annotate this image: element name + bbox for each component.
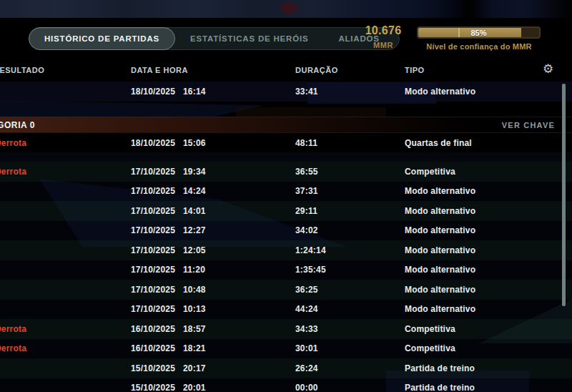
match-date: 17/10/2025 xyxy=(131,304,175,314)
match-date: 17/10/2025 xyxy=(131,206,175,216)
match-type: Modo alternativo xyxy=(405,245,475,255)
match-duration: 29:11 xyxy=(295,206,317,216)
match-time: 12:05 xyxy=(183,245,206,255)
match-result: Derrota xyxy=(0,167,26,177)
match-row[interactable]: Derrota 18/10/2025 15:06 48:11 Quartas d… xyxy=(0,133,572,152)
match-result: Derrota xyxy=(0,138,26,148)
bracket-section-title: GORIA 0 xyxy=(0,120,35,130)
match-type: Partida de treino xyxy=(405,383,475,392)
list-gap xyxy=(0,102,572,117)
match-type: Modo alternativo xyxy=(405,186,475,196)
column-header-datetime: DATA E HORA xyxy=(131,66,188,74)
match-duration: 44:24 xyxy=(295,304,318,314)
match-row[interactable]: 17/10/2025 14:24 37:31 Modo alternativo xyxy=(0,182,572,202)
match-type: Modo alternativo xyxy=(405,265,475,275)
match-time: 18:57 xyxy=(183,324,206,334)
match-type: Competitiva xyxy=(405,167,455,177)
match-row[interactable]: 15/10/2025 20:17 26:24 Partida de treino xyxy=(0,358,572,378)
match-date: 17/10/2025 xyxy=(131,265,175,275)
match-row[interactable]: Derrota 17/10/2025 19:34 36:55 Competiti… xyxy=(0,162,572,182)
match-row[interactable]: Derrota 16/10/2025 18:57 34:33 Competiti… xyxy=(0,319,572,339)
match-date: 18/10/2025 xyxy=(131,87,175,97)
match-date: 17/10/2025 xyxy=(131,186,175,196)
mmr-box: 10.676 MMR xyxy=(355,24,412,49)
match-type: Modo alternativo xyxy=(405,225,475,235)
match-date: 17/10/2025 xyxy=(131,245,175,255)
confidence-percent: 85% xyxy=(418,28,539,37)
column-header-type: TIPO xyxy=(405,66,425,74)
tab-hero-stats[interactable]: ESTATÍSTICAS DE HERÓIS xyxy=(175,28,323,49)
match-time: 20:17 xyxy=(183,363,206,373)
match-row[interactable]: 17/10/2025 12:05 1:24:14 Modo alternativ… xyxy=(0,240,572,260)
match-row[interactable]: 17/10/2025 10:13 44:24 Modo alternativo xyxy=(0,300,572,320)
match-duration: 48:11 xyxy=(295,138,317,148)
match-row[interactable]: 17/10/2025 11:20 1:35:45 Modo alternativ… xyxy=(0,260,572,280)
match-type: Modo alternativo xyxy=(405,87,475,97)
match-duration: 36:25 xyxy=(295,285,318,295)
match-date: 17/10/2025 xyxy=(131,167,175,177)
background-blob xyxy=(280,3,297,14)
match-duration: 34:33 xyxy=(295,324,318,334)
match-duration: 33:41 xyxy=(295,87,318,97)
bracket-section-header: GORIA 0 VER CHAVE xyxy=(0,117,572,133)
match-duration: 37:31 xyxy=(295,186,318,196)
match-rows-container: Derrota 17/10/2025 19:34 36:55 Competiti… xyxy=(0,162,572,392)
match-row[interactable]: 17/10/2025 14:01 29:11 Modo alternativo xyxy=(0,201,572,221)
match-duration: 1:24:14 xyxy=(295,245,326,255)
view-bracket-link[interactable]: VER CHAVE xyxy=(502,121,555,129)
match-time: 12:27 xyxy=(183,225,206,235)
match-time: 18:21 xyxy=(183,343,206,353)
column-header-result: RESULTADO xyxy=(0,66,44,74)
match-row[interactable]: 17/10/2025 10:48 36:25 Modo alternativo xyxy=(0,280,572,300)
tab-match-history[interactable]: HISTÓRICO DE PARTIDAS xyxy=(29,27,175,50)
match-row[interactable]: Derrota 16/10/2025 18:21 30:01 Competiti… xyxy=(0,339,572,359)
match-time: 14:01 xyxy=(183,206,206,216)
match-type: Modo alternativo xyxy=(405,285,475,295)
match-result: Derrota xyxy=(0,324,26,334)
scrollbar-thumb[interactable] xyxy=(562,84,566,306)
match-duration: 36:55 xyxy=(295,167,318,177)
match-date: 17/10/2025 xyxy=(131,285,175,295)
match-row[interactable]: 15/10/2025 20:01 00:00 Partida de treino xyxy=(0,378,572,392)
match-date: 15/10/2025 xyxy=(131,383,175,392)
match-duration: 30:01 xyxy=(295,343,318,353)
match-type: Modo alternativo xyxy=(405,304,475,314)
match-time: 16:14 xyxy=(183,87,206,97)
match-date: 16/10/2025 xyxy=(131,343,175,353)
match-type: Competitiva xyxy=(405,343,455,353)
match-row[interactable]: 17/10/2025 12:27 34:02 Modo alternativo xyxy=(0,221,572,241)
match-type: Quartas de final xyxy=(405,138,472,148)
table-header-row: RESULTADO DATA E HORA DURAÇÃO TIPO ⚙ xyxy=(0,64,572,82)
match-row[interactable]: 18/10/2025 16:14 33:41 Modo alternativo xyxy=(0,82,572,102)
match-list: 18/10/2025 16:14 33:41 Modo alternativo … xyxy=(0,82,572,392)
match-duration: 34:02 xyxy=(295,225,318,235)
match-duration: 00:00 xyxy=(295,383,318,392)
match-duration: 26:24 xyxy=(295,363,318,373)
match-time: 20:01 xyxy=(183,383,206,392)
settings-gear-icon[interactable]: ⚙ xyxy=(543,62,553,76)
match-time: 11:20 xyxy=(183,265,205,275)
match-type: Modo alternativo xyxy=(405,206,475,216)
match-result: Derrota xyxy=(0,343,26,353)
match-date: 16/10/2025 xyxy=(131,324,175,334)
profile-tab-bar: HISTÓRICO DE PARTIDAS ESTATÍSTICAS DE HE… xyxy=(29,27,400,50)
match-time: 15:06 xyxy=(183,138,206,148)
mmr-value: 10.676 xyxy=(355,24,412,37)
match-time: 10:13 xyxy=(183,304,206,314)
match-time: 19:34 xyxy=(183,167,206,177)
column-header-duration: DURAÇÃO xyxy=(295,66,338,74)
match-duration: 1:35:45 xyxy=(295,265,326,275)
match-date: 17/10/2025 xyxy=(131,225,175,235)
match-date: 15/10/2025 xyxy=(131,363,175,373)
mmr-label: MMR xyxy=(355,41,412,49)
mmr-confidence-bar: 85% xyxy=(417,26,541,39)
list-gap xyxy=(0,152,572,162)
match-time: 14:24 xyxy=(183,186,206,196)
match-type: Competitiva xyxy=(405,324,455,334)
confidence-label: Nível de confiança do MMR xyxy=(408,42,551,51)
match-date: 18/10/2025 xyxy=(131,138,175,148)
match-time: 10:48 xyxy=(183,285,206,295)
match-type: Partida de treino xyxy=(405,363,475,373)
